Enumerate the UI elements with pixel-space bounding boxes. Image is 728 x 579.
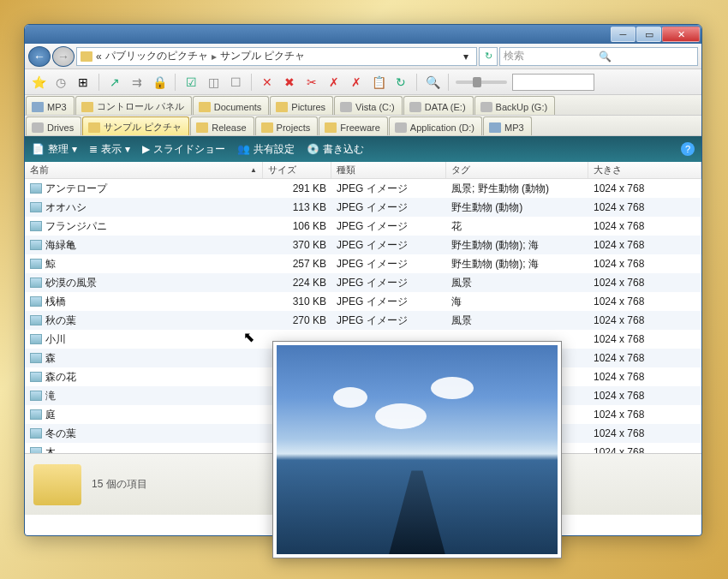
copy-to-icon[interactable]: ↗ (106, 74, 123, 91)
column-size[interactable]: サイズ (263, 162, 331, 178)
refresh-button[interactable]: ↻ (479, 47, 498, 66)
search-placeholder: 検索 (504, 49, 599, 63)
tab-label: コントロール パネル (97, 100, 184, 113)
file-dimensions: 1024 x 768 (588, 239, 701, 251)
file-dimensions: 1024 x 768 (588, 390, 701, 402)
windows-flag-icon[interactable]: ⊞ (75, 74, 92, 91)
delete3-icon[interactable]: ✗ (348, 74, 365, 91)
image-file-icon (30, 183, 42, 194)
location-tab[interactable]: Release (190, 116, 254, 135)
breadcrumb-part2[interactable]: サンプル ピクチャ (220, 49, 305, 63)
image-file-icon (30, 240, 42, 250)
zoom-slider[interactable] (456, 81, 507, 84)
breadcrumb-part1[interactable]: パブリックのピクチャ (105, 49, 208, 63)
file-row[interactable]: 秋の葉270 KBJPEG イメージ風景1024 x 768 (25, 311, 701, 330)
file-dimensions: 1024 x 768 (588, 427, 701, 439)
file-type: JPEG イメージ (331, 276, 446, 290)
drive-icon (32, 122, 44, 133)
burn-button[interactable]: 💿書き込む (307, 142, 364, 157)
file-name: 秋の葉 (45, 313, 76, 328)
toolbar: ⭐ ◷ ⊞ ↗ ⇉ 🔒 ☑ ◫ ☐ ✕ ✖ ✂ ✗ ✗ 📋 ↻ 🔍 (25, 69, 701, 95)
move-to-icon[interactable]: ⇉ (128, 74, 146, 91)
select-all-icon[interactable]: ☑ (182, 74, 200, 91)
column-type[interactable]: 種類 (331, 162, 446, 178)
delete-perm-icon[interactable]: ✖ (281, 74, 298, 91)
back-button[interactable]: ← (28, 46, 51, 67)
organize-menu[interactable]: 📄整理 ▾ (32, 142, 77, 157)
search-input[interactable]: 検索 🔍 (499, 47, 698, 66)
location-tab[interactable]: MP3 (483, 116, 532, 135)
tab-label: Documents (214, 102, 262, 112)
tab-label: Projects (277, 122, 311, 133)
tab-label: BackUp (G:) (496, 102, 548, 112)
tab-label: Application (D:) (410, 122, 474, 133)
column-tags[interactable]: タグ (446, 162, 588, 178)
file-tags: 海 (446, 295, 588, 309)
view-menu[interactable]: ≣表示 ▾ (89, 142, 130, 157)
location-tab[interactable]: コントロール パネル (75, 96, 192, 115)
file-row[interactable]: 鯨257 KBJPEG イメージ野生動物 (動物); 海1024 x 768 (25, 254, 701, 273)
tab-label: MP3 (504, 122, 524, 133)
file-row[interactable]: アンテロープ291 KBJPEG イメージ風景; 野生動物 (動物)1024 x… (25, 179, 701, 198)
minimize-button[interactable]: ─ (611, 27, 636, 42)
paste-icon[interactable]: 📋 (370, 74, 387, 91)
delete-icon[interactable]: ✕ (259, 74, 276, 91)
cut-icon[interactable]: ✂ (303, 74, 320, 91)
file-row[interactable]: 桟橋310 KBJPEG イメージ海1024 x 768 (25, 292, 701, 311)
location-tab[interactable]: Freeware (319, 116, 387, 135)
location-tab[interactable]: Application (D:) (389, 116, 482, 135)
image-file-icon (30, 353, 42, 363)
location-tab[interactable]: BackUp (G:) (474, 96, 556, 115)
image-file-icon (30, 221, 42, 231)
location-tabs-row1: MP3コントロール パネルDocumentsPicturesVista (C:)… (25, 95, 701, 116)
file-tags: 野生動物 (動物) (446, 200, 588, 215)
refresh2-icon[interactable]: ↻ (392, 74, 409, 91)
history-icon[interactable]: ◷ (52, 74, 69, 91)
favorites-icon[interactable]: ⭐ (30, 74, 47, 91)
location-tab[interactable]: Documents (193, 96, 270, 115)
breadcrumb-dropdown[interactable]: ▾ (459, 51, 473, 63)
close-button[interactable]: ✕ (662, 27, 700, 42)
invert-selection-icon[interactable]: ◫ (205, 74, 222, 91)
file-tags: 風景; 野生動物 (動物) (446, 182, 588, 196)
lock-icon[interactable]: 🔒 (151, 74, 168, 91)
maximize-button[interactable]: ▭ (636, 27, 661, 42)
file-dimensions: 1024 x 768 (588, 409, 701, 421)
location-tab[interactable]: Projects (255, 116, 319, 135)
chevron-right-icon: ▸ (212, 51, 217, 63)
location-tab[interactable]: Vista (C:) (334, 96, 403, 115)
file-name: 木 (45, 445, 56, 454)
location-tab[interactable]: DATA (E:) (403, 96, 474, 115)
file-dimensions: 1024 x 768 (588, 220, 701, 232)
file-row[interactable]: 砂漠の風景224 KBJPEG イメージ風景1024 x 768 (25, 273, 701, 292)
location-tab[interactable]: Drives (26, 116, 81, 135)
slideshow-button[interactable]: ▶スライドショー (142, 142, 225, 157)
location-tab[interactable]: Pictures (270, 96, 333, 115)
file-type: JPEG イメージ (331, 295, 446, 309)
file-name: 森の花 (45, 370, 76, 385)
file-row[interactable]: オオハシ113 KBJPEG イメージ野生動物 (動物)1024 x 768 (25, 198, 701, 217)
file-row[interactable]: 海緑亀370 KBJPEG イメージ野生動物 (動物); 海1024 x 768 (25, 236, 701, 254)
delete2-icon[interactable]: ✗ (325, 74, 343, 91)
file-dimensions: 1024 x 768 (588, 333, 701, 345)
file-size: 113 KB (263, 201, 331, 213)
drive-icon (409, 102, 421, 112)
tab-label: DATA (E:) (425, 102, 466, 112)
filter-input[interactable] (512, 74, 594, 91)
folder-icon (261, 122, 273, 133)
search2-icon[interactable]: 🔍 (424, 74, 441, 91)
tab-label: Freeware (340, 122, 379, 133)
column-dimensions[interactable]: 大きさ (588, 162, 701, 178)
drive-icon (340, 102, 352, 112)
deselect-icon[interactable]: ☐ (227, 74, 244, 91)
forward-button[interactable]: → (52, 46, 75, 67)
share-button[interactable]: 👥共有設定 (237, 142, 295, 157)
file-row[interactable]: フランジパニ106 KBJPEG イメージ花1024 x 768 (25, 217, 701, 236)
help-button[interactable]: ? (681, 142, 695, 156)
breadcrumb[interactable]: « パブリックのピクチャ ▸ サンプル ピクチャ ▾ (76, 47, 477, 66)
file-tags: 野生動物 (動物); 海 (446, 257, 588, 272)
location-tab[interactable]: MP3 (26, 96, 75, 115)
column-name[interactable]: 名前▲ (25, 162, 263, 178)
location-tab[interactable]: サンプル ピクチャ (82, 116, 189, 135)
file-dimensions: 1024 x 768 (588, 371, 701, 383)
